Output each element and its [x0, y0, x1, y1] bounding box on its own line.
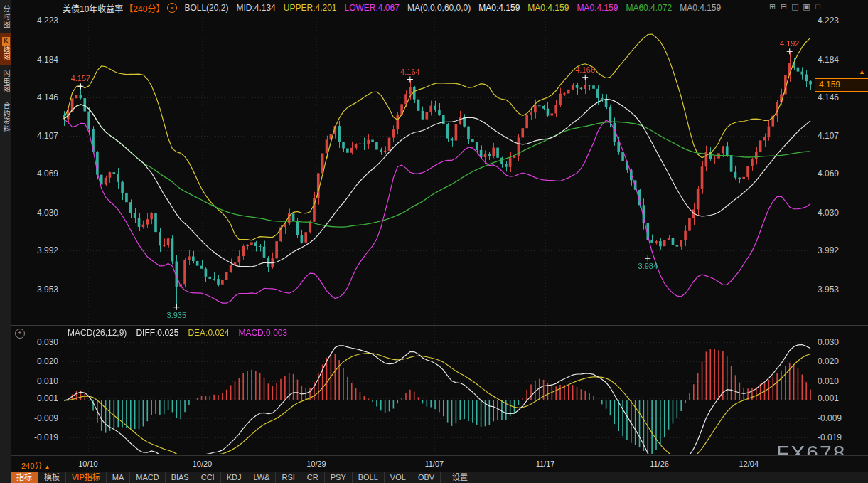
left-axis-label: 4.223	[10, 16, 58, 26]
right-axis-label: 0.030	[818, 337, 839, 347]
toolbar-item-rsi[interactable]: RSI	[276, 472, 301, 483]
indicator-value: BOLL(20,2)	[184, 3, 228, 13]
indicator-value: MA0:4.159	[680, 3, 721, 13]
right-axis-label: 4.069	[818, 169, 839, 179]
left-axis-label: 0.030	[10, 337, 58, 347]
left-axis-label: -0.009	[10, 413, 58, 423]
date-tick-label: 10/29	[306, 460, 326, 468]
left-axis-label: 3.953	[10, 285, 58, 294]
date-tick-label: 11/26	[650, 460, 669, 468]
sidebar-tab-2[interactable]: K线图	[0, 33, 11, 65]
period-selector[interactable]: 240分 ▲	[21, 460, 50, 471]
right-axis-label: 4.146	[818, 92, 839, 102]
macd-value: MACD(26,12,9)	[68, 328, 127, 338]
left-axis-label: 4.184	[10, 55, 58, 65]
toolbar-item-boll[interactable]: BOLL	[353, 472, 385, 483]
right-axis-label: -0.009	[818, 413, 842, 423]
left-axis-label: 4.146	[10, 92, 58, 102]
date-tick-label: 12/04	[739, 460, 759, 468]
toolbar-item-vip指标[interactable]: VIP指标	[66, 472, 107, 483]
right-axis-label: 4.107	[818, 131, 839, 141]
toolbar-item-bias[interactable]: BIAS	[166, 472, 195, 483]
grid-view-icon[interactable]: ▣	[802, 2, 811, 11]
left-axis-label: 4.030	[10, 208, 58, 218]
macd-value: DIFF:0.025	[136, 328, 178, 338]
right-axis-label: 4.184	[818, 55, 839, 65]
period-selector-label: 240分	[21, 462, 42, 470]
left-axis-label: 0.001	[10, 393, 58, 403]
left-axis-label: 0.010	[10, 376, 58, 386]
macd-indicator-icon[interactable]: +	[15, 329, 25, 339]
indicator-settings-icon[interactable]: ≡	[167, 3, 177, 13]
maximize-icon[interactable]: □	[813, 2, 823, 11]
right-axis-label: 4.223	[818, 16, 839, 26]
date-tick-label: 10/20	[193, 460, 213, 468]
date-tick-label: 11/07	[424, 460, 444, 468]
toolbar-item-obv[interactable]: OBV	[412, 472, 441, 483]
right-axis-label: 0.001	[818, 393, 839, 403]
indicator-value: MID:4.134	[236, 3, 275, 13]
left-axis-label: 0.020	[10, 356, 58, 366]
toolbar-item-ma[interactable]: MA	[107, 472, 131, 483]
left-axis-label: -0.019	[10, 432, 58, 442]
chart-header: 美债10年收益率 【240分】 ≡ BOLL(20,2)MID:4.134UPP…	[11, 0, 868, 16]
sidebar-tab-1[interactable]: 分时图	[0, 1, 11, 32]
symbol-title: 美债10年收益率	[63, 2, 123, 14]
right-axis-label: 0.020	[818, 356, 839, 366]
toolbar-item-psy[interactable]: PSY	[325, 472, 353, 483]
zoom-out-icon[interactable]: ⊟	[779, 2, 788, 11]
date-tick-label: 11/17	[536, 460, 555, 468]
left-axis-label: 4.069	[10, 169, 58, 179]
toolbar-item-指标[interactable]: 指标	[11, 472, 38, 483]
toolbar-item-lw[interactable]: LW&	[247, 472, 276, 483]
indicator-value: LOWER:4.067	[345, 3, 400, 13]
toolbar-item-模板[interactable]: 模板	[38, 472, 66, 483]
toolbar-item-vol[interactable]: VOL	[385, 472, 412, 483]
macd-value: DEA:0.024	[188, 328, 229, 338]
candlestick-chart-canvas[interactable]	[62, 16, 813, 325]
panel-separator	[11, 325, 868, 326]
zoom-in-icon[interactable]: ⊞	[768, 2, 777, 11]
indicator-toolbar: 指标模板VIP指标MAMACDBIASCCIKDJLW&RSICRPSYBOLL…	[11, 472, 868, 483]
toolbar-item-macd[interactable]: MACD	[130, 472, 165, 483]
sidebar-tab-3[interactable]: 闪电图	[0, 66, 11, 97]
macd-chart-canvas[interactable]	[62, 326, 813, 454]
split-view-icon[interactable]: ◫	[791, 2, 800, 11]
macd-header: MACD(26,12,9)DIFF:0.025DEA:0.024MACD:0.0…	[68, 328, 287, 338]
left-sidebar: 分时图K线图闪电图合约资料	[0, 0, 11, 483]
period-dropdown-icon: ▲	[44, 464, 50, 470]
indicator-values: BOLL(20,2)MID:4.134UPPER:4.201LOWER:4.06…	[184, 3, 729, 13]
toolbar-item-cr[interactable]: CR	[301, 472, 325, 483]
window-controls: ⊞⊟◫▣□	[768, 2, 823, 11]
price-up-arrow-icon: ▲	[859, 68, 865, 75]
right-axis-label: 3.992	[818, 245, 839, 255]
macd-value: MACD:0.003	[238, 328, 287, 338]
toolbar-item-设置[interactable]: 设置	[446, 472, 473, 483]
right-axis-label: 0.010	[818, 376, 839, 386]
sidebar-tab-4[interactable]: 合约资料	[0, 98, 11, 137]
right-axis-label: 4.030	[818, 208, 839, 218]
indicator-value: MA(0,0,0,60,0,0)	[407, 3, 471, 13]
date-axis: 240分 ▲ 10/1010/2010/2911/0711/1711/2612/…	[11, 455, 868, 472]
left-axis-label: 3.992	[10, 245, 58, 255]
left-axis-label: 4.107	[10, 131, 58, 141]
last-price-badge: 4.159	[815, 78, 868, 92]
indicator-value: MA0:4.159	[577, 3, 618, 13]
indicator-value: MA0:4.159	[478, 3, 520, 13]
indicator-value: MA60:4.072	[626, 3, 672, 13]
period-badge: 【240分】	[124, 2, 164, 14]
toolbar-item-cci[interactable]: CCI	[195, 472, 221, 483]
indicator-value: UPPER:4.201	[284, 3, 337, 13]
date-tick-label: 10/10	[78, 460, 98, 468]
right-axis-label: 3.953	[818, 285, 839, 294]
toolbar-item-kdj[interactable]: KDJ	[221, 472, 248, 483]
indicator-value: MA0:4.159	[527, 3, 569, 13]
